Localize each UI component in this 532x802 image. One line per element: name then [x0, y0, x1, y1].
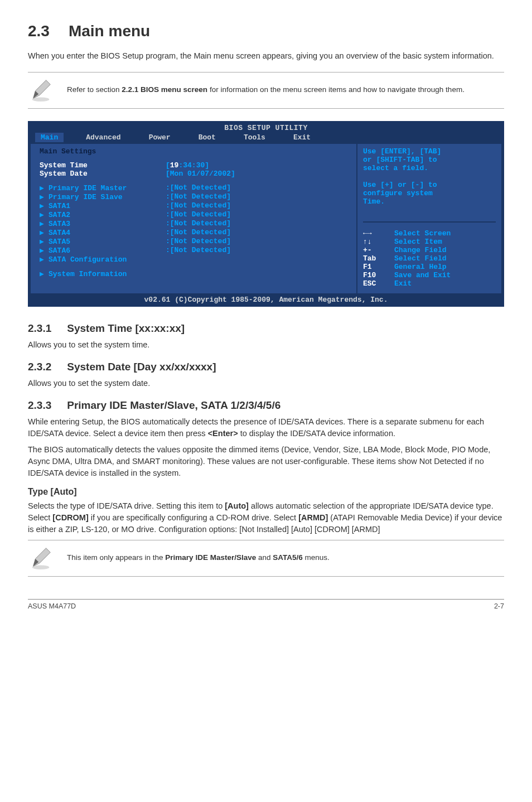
help-line: Use [ENTER], [TAB] [363, 147, 496, 156]
note-text: This item only appears in the Primary ID… [67, 553, 330, 563]
subsection-heading: 2.3.2System Date [Day xx/xx/xxxx] [28, 361, 504, 373]
section-heading: 2.3Main menu [28, 22, 504, 40]
bios-right-pane: Use [ENTER], [TAB]or [SHIFT-TAB] toselec… [357, 144, 502, 294]
key-legend-row: F1General Help [363, 263, 496, 271]
subsection-body: Allows you to set the system time. [28, 339, 504, 351]
system-information-row[interactable]: ▶System Information [40, 269, 347, 278]
subsection-title: Primary IDE Master/Slave, SATA 1/2/3/4/5… [67, 399, 280, 411]
bios-device-label: ▶Primary IDE Slave [40, 192, 166, 201]
system-date-value: [Mon 01/07/2002] [166, 170, 235, 178]
footer-left: ASUS M4A77D [28, 602, 76, 610]
system-time-label: System Time [40, 161, 166, 170]
system-date-row[interactable]: System Date [Mon 01/07/2002] [40, 170, 347, 178]
bios-device-row[interactable]: ▶Primary IDE Master:[Not Detected] [40, 183, 347, 192]
key-glyph: Tab [363, 254, 394, 263]
intro-paragraph: When you enter the BIOS Setup program, t… [28, 50, 504, 62]
bios-screenshot: BIOS SETUP UTILITY Main Advanced Power B… [28, 121, 504, 307]
key-legend-row: F10Save and Exit [363, 271, 496, 279]
section-number: 2.3 [28, 22, 50, 40]
bios-device-row[interactable]: ▶Primary IDE Slave:[Not Detected] [40, 192, 347, 201]
bios-tab-main[interactable]: Main [35, 133, 64, 142]
system-information-label: System Information [49, 270, 127, 278]
bios-device-value: :[Not Detected] [166, 219, 231, 228]
subsection-body: Allows you to set the system date. [28, 378, 504, 389]
pencil-icon [28, 545, 54, 571]
key-description: Select Screen [394, 229, 451, 238]
bios-device-row[interactable]: ▶SATA5:[Not Detected] [40, 237, 347, 246]
bios-tab-bar: Main Advanced Power Boot Tools Exit [30, 133, 502, 144]
bios-device-label: ▶SATA4 [40, 228, 166, 237]
bios-device-label: ▶SATA2 [40, 210, 166, 219]
bios-device-label: ▶SATA6 [40, 246, 166, 255]
key-description: Select Item [394, 238, 442, 246]
type-body: Selects the type of IDE/SATA drive. Sett… [28, 500, 504, 535]
type-heading: Type [Auto] [28, 487, 504, 497]
key-description: Select Field [394, 254, 447, 263]
bios-device-row[interactable]: ▶SATA1:[Not Detected] [40, 201, 347, 210]
bios-device-label: ▶SATA1 [40, 201, 166, 210]
svg-point-0 [32, 97, 50, 102]
note-callout: This item only appears in the Primary ID… [28, 540, 504, 577]
key-description: Change Field [394, 246, 447, 254]
subsection-body: The BIOS automatically detects the value… [28, 444, 504, 479]
bios-tab-power[interactable]: Power [143, 133, 176, 142]
key-glyph: ←→ [363, 229, 394, 238]
bios-device-value: :[Not Detected] [166, 210, 231, 219]
note-bold: 2.2.1 BIOS menu screen [122, 85, 207, 94]
bios-device-label: ▶Primary IDE Master [40, 183, 166, 192]
key-legend-row: ESCExit [363, 279, 496, 288]
key-description: Save and Exit [394, 271, 451, 279]
bios-device-row[interactable]: ▶SATA6:[Not Detected] [40, 246, 347, 255]
bios-title: BIOS SETUP UTILITY [30, 123, 502, 133]
page-footer: ASUS M4A77D 2-7 [28, 599, 504, 610]
bios-device-value: :[Not Detected] [166, 237, 231, 246]
bios-device-row[interactable]: ▶SATA4:[Not Detected] [40, 228, 347, 237]
bios-device-label: ▶SATA5 [40, 237, 166, 246]
key-description: General Help [394, 263, 447, 271]
help-line: configure system [363, 189, 496, 197]
key-legend-row: ←→Select Screen [363, 229, 496, 238]
footer-right: 2-7 [494, 602, 504, 610]
bios-tab-advanced[interactable]: Advanced [80, 133, 126, 142]
section-title: Main menu [69, 22, 150, 40]
subsection-number: 2.3.1 [28, 322, 51, 335]
main-settings-label: Main Settings [40, 147, 347, 156]
bios-tab-tools[interactable]: Tools [238, 133, 271, 142]
subsection-body: While entering Setup, the BIOS automatic… [28, 416, 504, 439]
bios-device-value: :[Not Detected] [166, 201, 231, 210]
key-legend-row: TabSelect Field [363, 254, 496, 263]
sata-configuration-label: SATA Configuration [49, 255, 127, 264]
bios-left-pane: Main Settings System Time [19:34:30] Sys… [30, 144, 357, 294]
bios-device-label: ▶SATA3 [40, 219, 166, 228]
note-callout: Refer to section 2.2.1 BIOS menu screen … [28, 72, 504, 109]
bios-device-value: :[Not Detected] [166, 183, 231, 192]
bios-device-row[interactable]: ▶SATA3:[Not Detected] [40, 219, 347, 228]
help-line: Time. [363, 197, 496, 206]
sata-configuration-row[interactable]: ▶SATA Configuration [40, 255, 347, 264]
pencil-icon [28, 77, 54, 103]
bios-help-text: Use [ENTER], [TAB]or [SHIFT-TAB] toselec… [363, 147, 496, 223]
help-line: Use [+] or [-] to [363, 181, 496, 189]
subsection-title: System Date [Day xx/xx/xxxx] [67, 361, 216, 373]
svg-point-3 [32, 566, 50, 570]
key-glyph: F1 [363, 263, 394, 271]
help-line: or [SHIFT-TAB] to [363, 156, 496, 164]
bios-tab-exit[interactable]: Exit [288, 133, 316, 142]
key-description: Exit [394, 279, 412, 288]
help-line: select a field. [363, 164, 496, 172]
bios-device-value: :[Not Detected] [166, 192, 231, 201]
subsection-title: System Time [xx:xx:xx] [67, 322, 185, 334]
system-time-row[interactable]: System Time [19:34:30] [40, 161, 347, 170]
key-glyph: F10 [363, 271, 394, 279]
key-legend-row: ↑↓Select Item [363, 238, 496, 246]
subsection-heading: 2.3.3Primary IDE Master/Slave, SATA 1/2/… [28, 399, 504, 412]
system-time-value: [19:34:30] [166, 161, 209, 170]
bios-key-legend: ←→Select Screen↑↓Select Item+-Change Fie… [363, 223, 496, 288]
bios-tab-boot[interactable]: Boot [193, 133, 221, 142]
bios-device-row[interactable]: ▶SATA2:[Not Detected] [40, 210, 347, 219]
key-legend-row: +-Change Field [363, 246, 496, 254]
subsection-number: 2.3.2 [28, 361, 51, 373]
key-glyph: ESC [363, 279, 394, 288]
note-text: Refer to section 2.2.1 BIOS menu screen … [67, 85, 465, 95]
subsection-number: 2.3.3 [28, 399, 51, 412]
